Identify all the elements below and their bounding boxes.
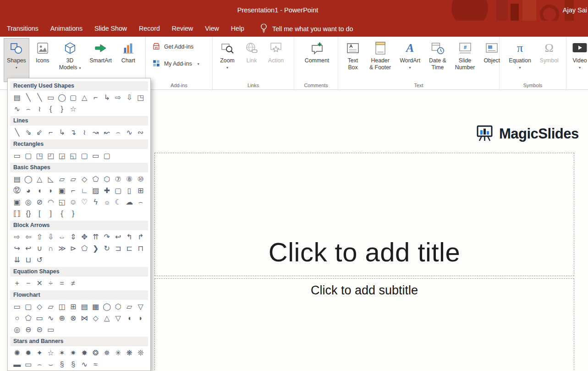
shape-icon[interactable]: ◎	[11, 324, 23, 335]
shape-icon[interactable]: ⊓	[135, 243, 147, 254]
shape-icon[interactable]: ▽	[113, 313, 124, 324]
shape-icon[interactable]: ↳	[56, 127, 68, 138]
shape-icon[interactable]: [	[34, 208, 45, 219]
shape-icon[interactable]: ◱	[56, 197, 68, 208]
shape-icon[interactable]: ✦	[34, 348, 45, 359]
shape-icon[interactable]: ↺	[34, 255, 45, 266]
shape-icon[interactable]: ▢	[79, 150, 90, 161]
wordart-button[interactable]: A WordArt ▾	[396, 38, 423, 82]
shape-icon[interactable]: §	[68, 359, 79, 370]
shape-icon[interactable]: ○	[11, 313, 23, 324]
shape-icon[interactable]: ↷	[101, 232, 113, 243]
shape-icon[interactable]: ◇	[34, 301, 45, 312]
shape-icon[interactable]: ≠	[68, 278, 79, 289]
shape-icon[interactable]: ▢	[101, 150, 113, 161]
shape-icon[interactable]: ▬	[11, 359, 23, 370]
tab-record[interactable]: Record	[133, 21, 166, 37]
date-time-button[interactable]: Date & Time	[426, 38, 450, 82]
shape-icon[interactable]: ⑫	[11, 185, 23, 196]
shape-icon[interactable]: ⊞	[68, 301, 79, 312]
shape-icon[interactable]: ♡	[79, 197, 90, 208]
text-box-button[interactable]: Text Box	[342, 38, 364, 82]
shape-icon[interactable]: ⊳	[68, 243, 79, 254]
shape-icon[interactable]: ⇦	[23, 232, 34, 243]
shape-icon[interactable]: △	[34, 174, 45, 185]
shape-icon[interactable]: ⇕	[68, 232, 79, 243]
shape-icon[interactable]: ↩	[23, 243, 34, 254]
shape-icon[interactable]: ⊞	[135, 185, 147, 196]
shape-icon[interactable]: ↱	[135, 232, 147, 243]
shape-icon[interactable]: ✕	[34, 278, 45, 289]
shape-icon[interactable]: ∿	[45, 313, 57, 324]
shape-icon[interactable]: ⊗	[68, 313, 79, 324]
shape-icon[interactable]: {	[45, 104, 57, 115]
shape-icon[interactable]: ☾	[113, 197, 124, 208]
shape-icon[interactable]: ∪	[34, 243, 45, 254]
shape-icon[interactable]: ↜	[101, 127, 113, 138]
shape-icon[interactable]: ◯	[56, 92, 68, 103]
symbol-button[interactable]: Ω Symbol	[537, 38, 562, 82]
shape-icon[interactable]: ☺	[68, 197, 79, 208]
shape-icon[interactable]: ⊐	[113, 243, 124, 254]
shape-icon[interactable]: ◯	[23, 174, 34, 185]
slide-number-button[interactable]: # Slide Number	[452, 38, 478, 82]
shape-icon[interactable]: ▽	[135, 301, 147, 312]
smartart-button[interactable]: SmartArt	[86, 38, 115, 82]
shape-icon[interactable]: ✚	[101, 185, 113, 196]
shape-icon[interactable]: ▤	[79, 301, 90, 312]
action-button[interactable]: Action	[265, 38, 287, 82]
shape-icon[interactable]: ⇩	[124, 92, 135, 103]
shape-icon[interactable]: ↴	[68, 127, 79, 138]
shape-icon[interactable]: ⌢	[135, 197, 147, 208]
shape-icon[interactable]: △	[79, 92, 90, 103]
shape-icon[interactable]: ✶	[56, 348, 68, 359]
shape-icon[interactable]: ▣	[56, 185, 68, 196]
shape-icon[interactable]: ↻	[101, 243, 113, 254]
get-add-ins-button[interactable]: Get Add-ins	[149, 41, 196, 52]
shape-icon[interactable]: ⇙	[34, 127, 45, 138]
shape-icon[interactable]: ⌣	[45, 359, 57, 370]
shape-icon[interactable]: ∿	[124, 127, 135, 138]
tab-animations[interactable]: Animations	[44, 21, 88, 37]
tell-me-box[interactable]: Tell me what you want to do	[260, 23, 353, 34]
shape-icon[interactable]: ▭	[45, 324, 57, 335]
shape-icon[interactable]: ⑦	[113, 174, 124, 185]
shape-icon[interactable]: ▭	[11, 301, 23, 312]
shape-icon[interactable]: ▭	[11, 150, 23, 161]
shape-icon[interactable]: ⌐	[90, 92, 102, 103]
shape-icon[interactable]: ⇧	[34, 232, 45, 243]
shape-icon[interactable]: ▢	[23, 150, 34, 161]
shape-icon[interactable]: ◲	[56, 150, 68, 161]
shape-icon[interactable]: ✥	[79, 232, 90, 243]
shape-icon[interactable]: ∟	[79, 185, 90, 196]
shape-icon[interactable]: ⇔	[56, 232, 68, 243]
my-add-ins-button[interactable]: My Add-ins ▾	[149, 58, 202, 69]
shape-icon[interactable]: ϟ	[90, 197, 102, 208]
shape-icon[interactable]: ▯	[124, 185, 135, 196]
shape-icon[interactable]: ⇊	[11, 255, 23, 266]
shape-icon[interactable]: ☁	[124, 197, 135, 208]
shape-icon[interactable]: ⌐	[68, 185, 79, 196]
shape-icon[interactable]: ⬡	[101, 174, 113, 185]
shape-icon[interactable]: ☼	[101, 197, 113, 208]
shape-icon[interactable]: ⊝	[34, 324, 45, 335]
shape-icon[interactable]: ∿	[11, 104, 23, 115]
shape-icon[interactable]: ❂	[90, 348, 102, 359]
shape-icon[interactable]: ⬠	[23, 313, 34, 324]
shape-icon[interactable]: ✵	[101, 348, 113, 359]
shape-icon[interactable]: ⌢	[113, 127, 124, 138]
shape-icon[interactable]: ≫	[56, 243, 68, 254]
shape-icon[interactable]: −	[23, 278, 34, 289]
shape-icon[interactable]: {	[56, 208, 68, 219]
shape-icon[interactable]: ⇈	[90, 232, 102, 243]
3d-models-button[interactable]: 3D Models▾	[56, 38, 84, 82]
chart-button[interactable]: Chart	[117, 38, 139, 82]
shape-icon[interactable]: ◕	[23, 185, 34, 196]
shape-icon[interactable]: ╲	[23, 92, 34, 103]
shape-icon[interactable]: ▱	[56, 174, 68, 185]
shape-icon[interactable]: ⌢	[34, 359, 45, 370]
shape-icon[interactable]: ⬠	[90, 174, 102, 185]
shape-icon[interactable]: ⊏	[124, 243, 135, 254]
comment-button[interactable]: Comment	[302, 38, 332, 82]
shape-icon[interactable]: ╲	[34, 92, 45, 103]
